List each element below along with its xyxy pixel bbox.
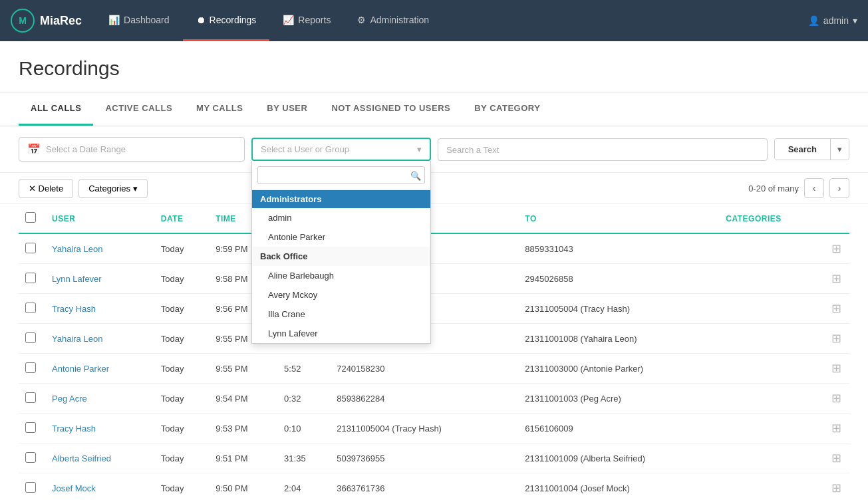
tabs-bar: ALL CALLS ACTIVE CALLS MY CALLS BY USER …	[0, 92, 868, 126]
search-button[interactable]: Search	[775, 139, 830, 160]
row-checkbox-0[interactable]	[25, 243, 36, 253]
row-add-button-4[interactable]: ⊞	[829, 361, 843, 376]
user-link-1[interactable]: Lynn Lafever	[52, 274, 102, 284]
reports-icon: 📈	[283, 15, 294, 25]
table-row: Yahaira Leon Today 9:59 PM (Yahaira Leon…	[19, 233, 849, 264]
delete-button[interactable]: ✕ Delete	[19, 179, 73, 198]
row-checkbox-2[interactable]	[25, 303, 36, 313]
dropdown-search-input[interactable]	[257, 166, 425, 184]
dropdown-group-back-office[interactable]: Back Office	[252, 247, 430, 266]
nav-item-administration[interactable]: ⚙ Administration	[344, 0, 442, 41]
user-link-6[interactable]: Tracy Hash	[52, 424, 96, 434]
user-link-4[interactable]: Antonie Parker	[52, 364, 109, 374]
col-to: TO	[518, 204, 719, 233]
user-link-5[interactable]: Peg Acre	[52, 394, 87, 404]
pagination-text: 0-20 of many	[748, 184, 799, 193]
tab-my-calls[interactable]: MY CALLS	[184, 92, 255, 126]
user-group-placeholder: Select a User or Group	[261, 144, 349, 154]
row-categories	[719, 384, 823, 414]
filters-area: 📅 Select a Date Range Select a User or G…	[0, 126, 868, 173]
row-checkbox-6[interactable]	[25, 422, 36, 433]
row-add-button-3[interactable]: ⊞	[829, 331, 843, 346]
user-link-8[interactable]: Josef Mock	[52, 483, 96, 493]
user-group-select[interactable]: Select a User or Group ▾	[251, 138, 431, 161]
row-duration: 31:35	[277, 443, 330, 473]
row-add-button-6[interactable]: ⊞	[829, 421, 843, 436]
user-link-3[interactable]: Yahaira Leon	[52, 334, 102, 344]
recordings-table: USER DATE TIME FROM TO CATEGORIES Yahair…	[19, 204, 849, 502]
chevron-left-icon: ‹	[813, 183, 816, 193]
user-link-2[interactable]: Tracy Hash	[52, 304, 96, 314]
user-link-7[interactable]: Alberta Seifried	[52, 453, 111, 463]
user-name: admin	[823, 15, 849, 26]
select-all-checkbox[interactable]	[25, 212, 36, 223]
page-title-area: Recordings	[0, 41, 868, 92]
row-categories	[719, 473, 823, 503]
table-row: Alberta Seifried Today 9:51 PM 31:35 503…	[19, 443, 849, 473]
row-time: 9:54 PM	[209, 384, 277, 414]
tab-not-assigned[interactable]: NOT ASSIGNED TO USERS	[319, 92, 462, 126]
dropdown-item-lynn-lafever[interactable]: Lynn Lafever	[252, 324, 430, 343]
row-time: 9:50 PM	[209, 473, 277, 503]
nav-item-dashboard[interactable]: 📊 Dashboard	[95, 0, 183, 41]
dropdown-list: Administrators admin Antonie Parker Back…	[252, 190, 430, 343]
recordings-table-wrap: USER DATE TIME FROM TO CATEGORIES Yahair…	[0, 204, 868, 502]
row-checkbox-7[interactable]	[25, 452, 36, 463]
row-add: ⊞	[823, 443, 849, 473]
action-bar: ✕ Delete Categories ▾ 0-20 of many ‹ ›	[0, 173, 868, 204]
row-checkbox-5[interactable]	[25, 392, 36, 403]
search-text-filter	[438, 138, 768, 161]
row-categories	[719, 264, 823, 294]
row-add-button-0[interactable]: ⊞	[829, 241, 843, 256]
row-checkbox-3[interactable]	[25, 332, 36, 343]
tab-active-calls[interactable]: ACTIVE CALLS	[93, 92, 184, 126]
row-add: ⊞	[823, 384, 849, 414]
dropdown-item-aline-barlebaugh[interactable]: Aline Barlebaugh	[252, 266, 430, 285]
tab-all-calls[interactable]: ALL CALLS	[19, 92, 93, 126]
row-user: Tracy Hash	[45, 294, 154, 324]
row-categories	[719, 233, 823, 264]
row-user: Antonie Parker	[45, 354, 154, 384]
row-checkbox-4[interactable]	[25, 362, 36, 373]
date-range-filter[interactable]: 📅 Select a Date Range	[19, 137, 245, 162]
brand-logo-icon: M	[11, 9, 35, 33]
user-link-0[interactable]: Yahaira Leon	[52, 244, 102, 254]
row-add: ⊞	[823, 354, 849, 384]
dropdown-item-antonie-parker[interactable]: Antonie Parker	[252, 227, 430, 247]
table-header-row: USER DATE TIME FROM TO CATEGORIES	[19, 204, 849, 233]
tab-by-user[interactable]: BY USER	[255, 92, 319, 126]
user-menu[interactable]: 👤 admin ▾	[808, 15, 857, 26]
prev-page-button[interactable]: ‹	[804, 178, 824, 198]
dropdown-item-avery-mckoy[interactable]: Avery Mckoy	[252, 285, 430, 305]
row-to: 2945026858	[518, 264, 719, 294]
table-row: Antonie Parker Today 9:55 PM 5:52 724015…	[19, 354, 849, 384]
categories-button[interactable]: Categories ▾	[78, 179, 147, 198]
row-add-button-5[interactable]: ⊞	[829, 391, 843, 406]
nav-item-recordings[interactable]: ⏺ Recordings	[183, 0, 270, 41]
dropdown-item-admin[interactable]: admin	[252, 208, 430, 227]
row-user: Josef Mock	[45, 473, 154, 503]
next-page-button[interactable]: ›	[829, 178, 849, 198]
dropdown-item-illa-crane[interactable]: Illa Crane	[252, 305, 430, 324]
search-text-input[interactable]	[446, 145, 759, 155]
nav-label-dashboard: Dashboard	[124, 15, 170, 25]
nav-label-administration: Administration	[370, 15, 429, 25]
nav-item-reports[interactable]: 📈 Reports	[269, 0, 344, 41]
row-add-button-2[interactable]: ⊞	[829, 301, 843, 316]
row-add-button-8[interactable]: ⊞	[829, 481, 843, 495]
search-dropdown-button[interactable]: ▾	[830, 139, 849, 160]
row-time: 9:51 PM	[209, 443, 277, 473]
row-date: Today	[154, 294, 209, 324]
row-checkbox-8[interactable]	[25, 482, 36, 493]
row-checkbox-1[interactable]	[25, 273, 36, 283]
row-checkbox-cell	[19, 443, 45, 473]
row-user: Lynn Lafever	[45, 264, 154, 294]
tab-by-category[interactable]: BY CATEGORY	[462, 92, 552, 126]
row-add-button-1[interactable]: ⊞	[829, 271, 843, 286]
pagination-info: 0-20 of many ‹ ›	[748, 178, 849, 198]
row-add: ⊞	[823, 294, 849, 324]
brand-logo-link[interactable]: M MiaRec	[11, 9, 82, 33]
row-checkbox-cell	[19, 324, 45, 354]
row-add-button-7[interactable]: ⊞	[829, 451, 843, 465]
dropdown-group-administrators[interactable]: Administrators	[252, 190, 430, 208]
